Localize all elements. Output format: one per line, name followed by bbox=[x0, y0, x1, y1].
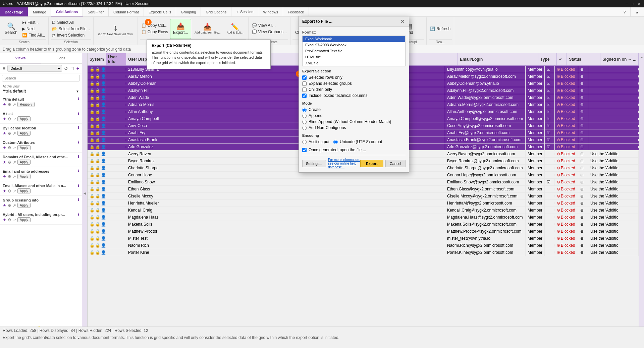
first-button[interactable]: ⏮ First... bbox=[21, 19, 46, 25]
tab-grid-options[interactable]: Grid Options bbox=[201, 7, 231, 16]
view-info-icon[interactable]: ℹ bbox=[78, 183, 79, 188]
view-info-icon[interactable]: ℹ bbox=[78, 111, 79, 116]
table-row[interactable]: 🔒 🔒 👤 Magdalena Haas Magdalena.Haas@sygx… bbox=[88, 214, 639, 221]
view-select[interactable]: Default bbox=[7, 65, 62, 72]
right-panel[interactable]: ▶ bbox=[639, 53, 644, 333]
blind-append-radio[interactable] bbox=[302, 120, 307, 124]
sidebar-tab-views[interactable]: Views bbox=[0, 53, 41, 63]
col-header-email[interactable]: Email/Login bbox=[458, 53, 538, 65]
dialog-close-button[interactable]: ✕ bbox=[399, 18, 406, 24]
table-row[interactable]: 🔒 🔒 👤 Kendall Craig Kendall.Craig@sygx2.… bbox=[88, 207, 639, 214]
view-item-email-smtp[interactable]: Email and smtp addresses ℹ ★ ⚙ ↗ Apply bbox=[0, 167, 82, 181]
tab-feedback[interactable]: Feedback bbox=[283, 7, 309, 16]
view-item-group-licensing[interactable]: Group licensing info ℹ ★ ⚙ ↗ Apply bbox=[0, 196, 82, 210]
format-excel-workbook[interactable]: Excel Workbook bbox=[303, 36, 405, 42]
apply-button[interactable]: Apply bbox=[17, 160, 31, 165]
view-item-domains[interactable]: Domains of Email, Aliases and othe... ℹ … bbox=[0, 153, 82, 167]
refresh-button[interactable]: 🔄 Refresh bbox=[429, 26, 452, 32]
settings-button[interactable]: Settings... bbox=[302, 160, 326, 167]
apply-button[interactable]: Apply bbox=[17, 188, 31, 193]
table-row[interactable]: 🔒 🔒 👤 Connor Hope Connor.Hope@sygx2.onmi… bbox=[88, 172, 639, 179]
col-header-mfa[interactable]: ✓ bbox=[557, 53, 567, 65]
tab-column-format[interactable]: Column Format bbox=[109, 7, 144, 16]
tab-grid-actions[interactable]: Grid Actions bbox=[51, 7, 83, 16]
view-info-icon[interactable]: ℹ bbox=[78, 126, 79, 130]
append-radio[interactable] bbox=[302, 114, 307, 118]
col-header-extra[interactable] bbox=[590, 53, 600, 65]
cancel-dialog-button[interactable]: Cancel bbox=[385, 160, 406, 167]
col-header-type[interactable]: Type bbox=[538, 53, 557, 65]
go-to-next-selected-button[interactable]: ⤵ Go To Next Selected Row bbox=[96, 20, 136, 41]
apply-button[interactable]: Apply bbox=[17, 145, 31, 150]
find-all-button[interactable]: ⏩ Find All... bbox=[21, 32, 46, 38]
apply-button[interactable]: Apply bbox=[17, 217, 31, 222]
export-button[interactable]: 📤 Export... bbox=[170, 19, 191, 39]
format-xml[interactable]: XML file bbox=[303, 60, 405, 66]
tab-manage[interactable]: Manage bbox=[28, 7, 51, 16]
table-row[interactable]: 🔒 🔒 👤 Porter Kline Porter.Kline@sygx2.on… bbox=[88, 249, 639, 256]
view-orphans-button[interactable]: 💭 View Orphans... bbox=[251, 29, 288, 35]
locked-columns-checkbox[interactable] bbox=[302, 94, 307, 98]
add-edit-button[interactable]: ✏️ Add & Edit... bbox=[224, 19, 246, 39]
sidebar-menu-icon[interactable]: ≡ bbox=[2, 65, 6, 72]
expand-groups-checkbox[interactable] bbox=[302, 81, 307, 86]
open-file-checkbox[interactable] bbox=[302, 148, 307, 152]
view-item-a-test[interactable]: A test ℹ ★ ⚙ ↗ Apply bbox=[0, 109, 82, 124]
view-item-custom-attr[interactable]: Custom Attributes ℹ ★ ⚙ ↗ Apply bbox=[0, 138, 82, 153]
maximize-button[interactable]: □ bbox=[631, 1, 635, 6]
ascii-radio[interactable] bbox=[302, 140, 307, 144]
collapse-sidebar-button[interactable]: ◀ bbox=[82, 53, 88, 333]
sidebar-search-input[interactable] bbox=[2, 75, 80, 81]
table-row[interactable]: 🔒 🔒 👤 Giselle Mccoy Giselle.Mccoy@sygx2.… bbox=[88, 193, 639, 200]
format-html[interactable]: HTML file bbox=[303, 54, 405, 60]
collapse-ribbon-button[interactable]: ▲ bbox=[631, 7, 644, 16]
view-item-license[interactable]: By license location ℹ ★ ⚙ ↗ Apply bbox=[0, 124, 82, 138]
create-radio[interactable] bbox=[302, 108, 307, 112]
apply-button[interactable]: Apply bbox=[17, 203, 31, 208]
table-row[interactable]: 🔒 🔒 👤 Makena Solis Makena.Solis@sygx2.on… bbox=[88, 221, 639, 228]
view-info-icon[interactable]: ℹ bbox=[78, 140, 79, 144]
col-header-user-info[interactable]: User Info bbox=[106, 53, 126, 65]
view-info-icon[interactable]: ℹ bbox=[78, 155, 79, 159]
view-info-icon[interactable]: ℹ bbox=[78, 97, 79, 101]
apply-button[interactable]: Apply bbox=[17, 131, 31, 136]
children-checkbox[interactable] bbox=[302, 88, 307, 92]
col-header-system[interactable]: System bbox=[88, 53, 106, 65]
table-row[interactable]: 🔒 🔒 👤 Naomi Rich Naomi.Rich@sygx2.onmicr… bbox=[88, 242, 639, 249]
add-data-from-file-button[interactable]: 📥 Add data from file... bbox=[192, 19, 223, 39]
tab-grouping[interactable]: Grouping bbox=[176, 7, 201, 16]
tab-sort-filter[interactable]: Sort/Filter bbox=[83, 7, 109, 16]
view-info-icon[interactable]: ℹ bbox=[78, 198, 79, 202]
view-item-ytria-default[interactable]: Ytria default ℹ ★ ⚙ ↗ Reapply bbox=[0, 95, 82, 109]
view-item-email-aliases[interactable]: Email, Aliases and other Mails in o... ℹ… bbox=[0, 181, 82, 196]
view-info-icon[interactable]: ℹ bbox=[78, 212, 79, 217]
table-row[interactable]: 🔒 🔒 👤 Ethen Glass Ethen.Glass@sygx2.onmi… bbox=[88, 186, 639, 193]
sidebar-icon-expand[interactable]: □ bbox=[70, 65, 74, 72]
format-excel-97[interactable]: Excel 97-2003 Workbook bbox=[303, 42, 405, 48]
table-row[interactable]: 🔒 🔒 👤 Mister Test mister_test@ovh.ytria.… bbox=[88, 235, 639, 242]
help-button[interactable]: ? bbox=[619, 7, 631, 16]
tab-windows[interactable]: Windows bbox=[258, 7, 283, 16]
copy-col-button[interactable]: 📋 Copy Col... bbox=[140, 22, 169, 28]
table-row[interactable]: 🔒 🔒 👤 Henrietta Mueller HenriettaM@sygx2… bbox=[88, 200, 639, 207]
help-link[interactable]: For more information, see our online hel… bbox=[328, 158, 360, 169]
next-button[interactable]: ▶ Next bbox=[21, 26, 46, 32]
tab-backstage[interactable]: Backstage bbox=[0, 7, 28, 16]
table-row[interactable]: 🔒 🔒 👤 Emiliano Snow Emiliano.Snow@sygx2.… bbox=[88, 179, 639, 186]
reapply-button[interactable]: Reapply bbox=[17, 102, 35, 107]
copy-rows-button[interactable]: 📋 Copy Rows bbox=[140, 29, 169, 35]
search-find-button[interactable]: 🔍 Search bbox=[2, 19, 20, 39]
view-all-button[interactable]: 💬 View All... bbox=[251, 22, 288, 28]
close-button[interactable]: ✕ bbox=[637, 1, 641, 6]
view-info-icon[interactable]: ℹ bbox=[78, 169, 79, 173]
apply-button[interactable]: Apply bbox=[17, 116, 31, 121]
sidebar-tab-jobs[interactable]: Jobs bbox=[41, 53, 82, 63]
minimize-button[interactable]: ─ bbox=[625, 1, 629, 6]
sidebar-icon-add[interactable]: + bbox=[76, 65, 80, 72]
table-row[interactable]: 🔒 🔒 👤 Matthew Proctor Matthew.Proctor@sy… bbox=[88, 228, 639, 235]
select-from-file-button[interactable]: 📂 Select from File... bbox=[51, 26, 91, 32]
non-contiguous-radio[interactable] bbox=[302, 126, 307, 130]
apply-button[interactable]: Apply bbox=[17, 174, 31, 179]
select-all-button[interactable]: ☑ Select All bbox=[51, 19, 91, 25]
tab-explode-cells[interactable]: Explode Cells bbox=[144, 7, 176, 16]
